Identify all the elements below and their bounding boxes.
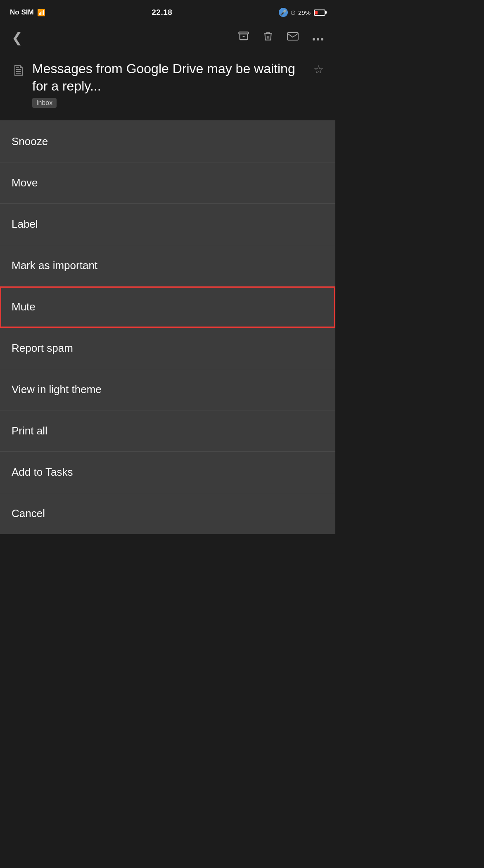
document-icon: 🗎 (12, 62, 26, 79)
menu-item-mark-important[interactable]: Mark as important (0, 245, 335, 286)
svg-rect-0 (239, 32, 248, 34)
menu-item-snooze[interactable]: Snooze (0, 121, 335, 162)
archive-button[interactable] (238, 31, 249, 45)
mic-icon: 🎤 (279, 8, 288, 17)
menu-item-cancel[interactable]: Cancel (0, 493, 335, 534)
carrier-wifi: No SIM 📶 (10, 8, 45, 17)
svg-rect-1 (287, 33, 298, 40)
star-button[interactable]: ☆ (313, 63, 324, 76)
context-menu: Snooze Move Label Mark as important Mute… (0, 121, 335, 534)
menu-item-add-to-tasks[interactable]: Add to Tasks (0, 452, 335, 493)
svg-point-3 (317, 38, 319, 41)
email-title-block: Messages from Google Drive may be waitin… (32, 60, 307, 108)
menu-item-label[interactable]: Label (0, 204, 335, 245)
email-header: 🗎 Messages from Google Drive may be wait… (0, 52, 335, 120)
time-display: 22.18 (152, 8, 172, 17)
status-right: 🎤 ⊙ 29% (279, 8, 325, 17)
toolbar-right (238, 31, 324, 45)
toolbar-left: ❮ (12, 31, 23, 44)
menu-item-move[interactable]: Move (0, 162, 335, 204)
menu-item-report-spam[interactable]: Report spam (0, 328, 335, 369)
more-button[interactable] (312, 32, 324, 43)
carrier-text: No SIM (10, 8, 34, 17)
battery-percentage: 29% (298, 9, 311, 16)
wifi-icon: 📶 (37, 9, 45, 17)
mail-button[interactable] (287, 31, 299, 44)
delete-button[interactable] (263, 31, 273, 45)
email-subject: Messages from Google Drive may be waitin… (32, 60, 307, 95)
back-button[interactable]: ❮ (12, 31, 23, 44)
status-bar: No SIM 📶 22.18 🎤 ⊙ 29% (0, 0, 335, 23)
battery-icon (314, 10, 325, 16)
svg-point-2 (313, 38, 315, 41)
location-icon: ⊙ (290, 9, 296, 17)
menu-item-print-all[interactable]: Print all (0, 410, 335, 452)
menu-item-view-light-theme[interactable]: View in light theme (0, 369, 335, 410)
svg-point-4 (321, 38, 323, 41)
inbox-badge: Inbox (32, 98, 57, 108)
menu-item-mute[interactable]: Mute (0, 286, 335, 328)
email-toolbar: ❮ (0, 23, 335, 52)
